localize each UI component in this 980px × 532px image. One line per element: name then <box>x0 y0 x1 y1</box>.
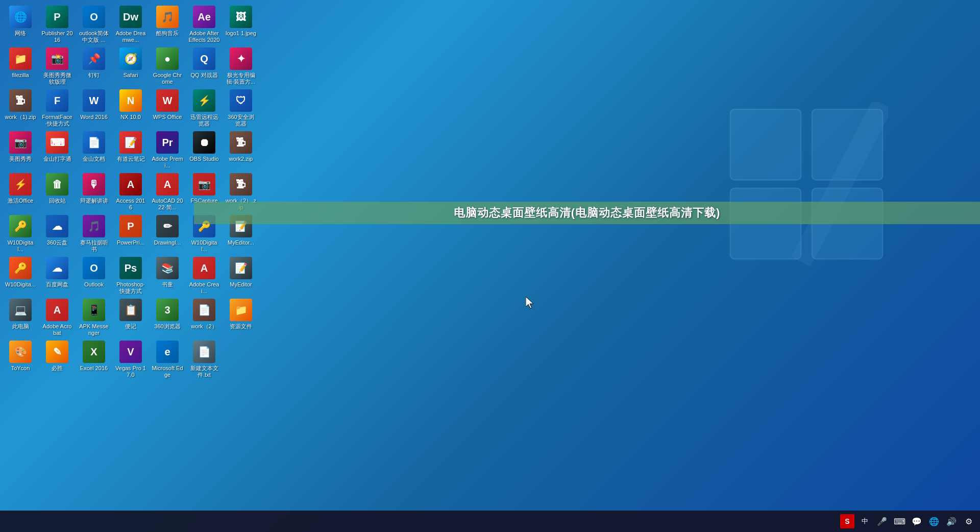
desktop-icon-collect[interactable]: 🗑回收站 <box>39 170 75 211</box>
icon-image-adobe-dw: Dw <box>119 6 142 28</box>
desktop-icon-juxing[interactable]: ✦极光专用编辑·装置方... <box>223 44 259 85</box>
desktop-icon-toycon[interactable]: 🎨ToYcon <box>3 337 38 378</box>
icon-label-juxing: 极光专用编辑·装置方... <box>225 72 257 85</box>
icon-image-aftereffects: Ae <box>193 6 215 28</box>
svg-rect-0 <box>730 109 801 180</box>
desktop-icon-w10digi1[interactable]: 🔑W10Digital... <box>3 212 38 253</box>
icon-image-wangyin: 🎵 <box>156 6 179 28</box>
icon-image-fscap: 📷 <box>193 173 215 196</box>
keyboard-icon[interactable]: ⌨ <box>892 514 906 528</box>
desktop-icon-bianyin[interactable]: 🎙辩逻解讲讲 <box>76 170 112 211</box>
desktop-icon-autocad[interactable]: AAutoCAD 2022·简... <box>150 170 185 211</box>
desktop-icon-edge[interactable]: eMicrosoft Edge <box>150 337 185 378</box>
icon-image-collect: 🗑 <box>46 173 68 196</box>
desktop-icon-adobe-dw[interactable]: DwAdobe Dreamwe... <box>113 3 149 43</box>
icon-label-adobe-acrobat: Adobe Acrobat <box>41 323 73 336</box>
desktop-icon-work2[interactable]: 📄work（2） <box>186 296 222 336</box>
icon-image-work1zip: 🗜 <box>9 89 32 112</box>
desktop-icon-publisher[interactable]: PPublisher 2016 <box>39 3 75 43</box>
desktop-icon-wangyin[interactable]: 🎵酷狗音乐 <box>150 3 185 43</box>
icon-image-adobe-acrobat: A <box>46 299 68 321</box>
icon-image-jinshan-doc: 📄 <box>83 131 105 154</box>
desktop-icon-myeditor2[interactable]: 📝MyEditor <box>223 254 259 295</box>
icon-image-edge: e <box>156 341 179 363</box>
icon-label-toycon: ToYcon <box>11 365 30 372</box>
desktop-icon-photoshop[interactable]: PsPhotoshop·快捷方式 <box>113 254 149 295</box>
desktop-icon-memo[interactable]: 📋便记 <box>113 296 149 336</box>
desktop-icon-nail[interactable]: 📌钉钉 <box>76 44 112 85</box>
svg-marker-5 <box>526 297 533 308</box>
desktop-icon-work1zip[interactable]: 🗜work（1).zip <box>3 86 38 127</box>
desktop-icon-biji[interactable]: ✎必胜 <box>39 337 75 378</box>
desktop-icon-word[interactable]: WWord 2016 <box>76 86 112 127</box>
desktop-icon-meihua[interactable]: 📷美图秀秀 <box>3 128 38 169</box>
icon-image-outlook: O <box>83 257 105 279</box>
desktop-icon-kuai[interactable]: ⚡迅雷远程远览器 <box>186 86 222 127</box>
icon-label-memo: 便记 <box>125 323 136 330</box>
icon-label-filezilla: filezilla <box>12 72 29 79</box>
settings-icon[interactable]: ⚙ <box>962 514 976 528</box>
desktop-icon-formatface[interactable]: FFormatFace·快捷方式 <box>39 86 75 127</box>
desktop-icon-jinshan[interactable]: ⌨金山打字通 <box>39 128 75 169</box>
desktop-icon-logojpg[interactable]: 🖼logo1 1.jpeg <box>223 3 259 43</box>
icon-image-saima: 🎵 <box>83 215 105 237</box>
desktop-icon-resource[interactable]: 📁资源文件 <box>223 296 259 336</box>
icon-image-work2zip: 🗜 <box>230 131 252 154</box>
desktop-icon-360disc[interactable]: ☁360云盘 <box>39 212 75 253</box>
desktop-icon-qq[interactable]: QQQ 对战器 <box>186 44 222 85</box>
chat-icon[interactable]: 💬 <box>910 514 924 528</box>
desktop-icon-360safe[interactable]: 🛡360安全浏览器 <box>223 86 259 127</box>
desktop-icon-network[interactable]: 🌐网络 <box>3 3 38 43</box>
icon-label-chrome: Google Chrome <box>152 72 183 85</box>
icon-label-powerpoint: PowerPri... <box>117 239 144 246</box>
icon-image-youdao: 📝 <box>119 131 142 154</box>
desktop-icon-vegas[interactable]: VVegas Pro 17.0 <box>113 337 149 378</box>
desktop-icon-adobe-create[interactable]: AAdobe Creai... <box>186 254 222 295</box>
taskbar: S 中 🎤 ⌨ 💬 🌐 🔊 ⚙ <box>0 511 980 532</box>
desktop-icon-access[interactable]: AAccess 2016 <box>113 170 149 211</box>
desktop-icon-meitu[interactable]: 📸美图秀秀微软版理 <box>39 44 75 85</box>
desktop-icon-obs[interactable]: ⏺OBS Studio <box>186 128 222 169</box>
desktop-icon-wps[interactable]: WWPS Office <box>150 86 185 127</box>
desktop-icon-saima[interactable]: 🎵赛马拉据听书 <box>76 212 112 253</box>
speaker-icon[interactable]: 🔊 <box>944 514 959 528</box>
icon-label-jinshan: 金山打字通 <box>43 156 71 162</box>
desktop-icon-filezilla[interactable]: 📁filezilla <box>3 44 38 85</box>
desktop-icons: 🌐网络📁filezilla🗜work（1).zip📷美图秀秀⚡激活Office🔑… <box>0 0 214 490</box>
icon-image-adobe-create: A <box>193 257 215 279</box>
icon-label-access: Access 2016 <box>115 198 146 211</box>
desktop-icon-book[interactable]: 📚书童 <box>150 254 185 295</box>
desktop-icon-office[interactable]: ⚡激活Office <box>3 170 38 211</box>
desktop-icon-txtfile[interactable]: 📄新建文本文件.txt <box>186 337 222 378</box>
desktop-icon-baiyun[interactable]: ☁百度网盘 <box>39 254 75 295</box>
desktop-icon-premiere[interactable]: PrAdobe Premi... <box>150 128 185 169</box>
desktop-icon-youdao[interactable]: 📝有道云笔记 <box>113 128 149 169</box>
desktop-icon-outlook-cn[interactable]: Ooutlook简体中文版 ... <box>76 3 112 43</box>
desktop-icon-jinshan-doc[interactable]: 📄金山文档 <box>76 128 112 169</box>
network-icon[interactable]: 🌐 <box>927 514 941 528</box>
desktop-icon-excel[interactable]: XExcel 2016 <box>76 337 112 378</box>
desktop-icon-safari[interactable]: 🧭Safari <box>113 44 149 85</box>
icon-image-word: W <box>83 89 105 112</box>
desktop-icon-powerpoint[interactable]: PPowerPri... <box>113 212 149 253</box>
desktop-icon-360browser[interactable]: 3360浏览器 <box>150 296 185 336</box>
desktop-icon-pc[interactable]: 💻此电脑 <box>3 296 38 336</box>
mic-icon[interactable]: 🎤 <box>875 514 889 528</box>
icon-image-network: 🌐 <box>9 6 32 28</box>
icon-label-outlook: Outlook <box>84 281 104 288</box>
desktop-icon-chrome[interactable]: ●Google Chrome <box>150 44 185 85</box>
desktop-icon-outlook[interactable]: OOutlook <box>76 254 112 295</box>
icon-label-vegas: Vegas Pro 17.0 <box>115 365 146 378</box>
icon-label-premiere: Adobe Premi... <box>152 156 183 169</box>
icon-label-nail: 钉钉 <box>88 72 100 79</box>
desktop-icon-drawing[interactable]: ✏DrawingI... <box>150 212 185 253</box>
desktop-icon-aftereffects[interactable]: AeAdobe After Effects 2020 <box>186 3 222 43</box>
desktop-icon-nx[interactable]: NNX 10.0 <box>113 86 149 127</box>
ime-indicator[interactable]: S <box>840 514 854 528</box>
desktop-icon-work2zip[interactable]: 🗜work2.zip <box>223 128 259 169</box>
desktop-icon-adobe-acrobat[interactable]: AAdobe Acrobat <box>39 296 75 336</box>
lang-indicator[interactable]: 中 <box>857 514 872 528</box>
desktop-icon-w10digi2[interactable]: 🔑W10Digita... <box>3 254 38 295</box>
desktop-icon-apk[interactable]: 📱APK Messenger <box>76 296 112 336</box>
icon-image-pc: 💻 <box>9 299 32 321</box>
